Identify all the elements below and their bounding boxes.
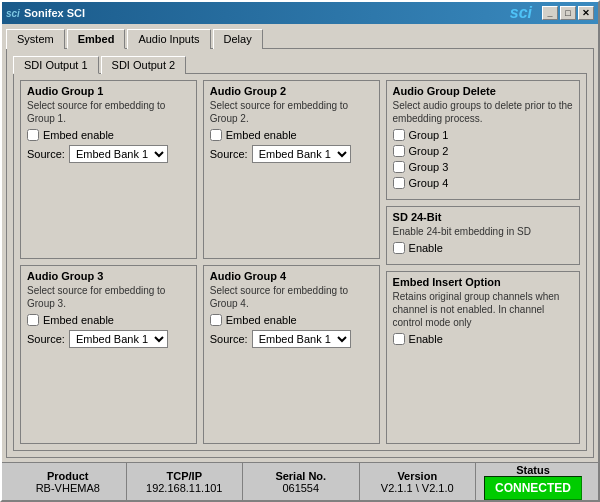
status-bar: Product RB-VHEMA8 TCP/IP 192.168.11.101 … (2, 462, 598, 500)
delete-group-4-label: Group 4 (409, 177, 449, 189)
embed-insert-desc: Retains original group channels when cha… (393, 290, 573, 329)
delete-group-2-row: Group 2 (393, 145, 573, 157)
delete-group-3-checkbox[interactable] (393, 161, 405, 173)
audio-group-4-desc: Select source for embedding to Group 4. (210, 284, 373, 310)
product-value: RB-VHEMA8 (36, 482, 100, 494)
embed-enable-3-label: Embed enable (43, 314, 114, 326)
source-4-label: Source: (210, 333, 248, 345)
version-value: V2.1.1 \ V2.1.0 (381, 482, 454, 494)
tab-system[interactable]: System (6, 29, 65, 49)
audio-group-2-title: Audio Group 2 (210, 85, 373, 97)
audio-group-4-title: Audio Group 4 (210, 270, 373, 282)
source-4-select[interactable]: Embed Bank 1 Embed Bank 2 Embed Bank 3 E… (252, 330, 351, 348)
embed-enable-2-row: Embed enable (210, 129, 373, 141)
connection-badge: CONNECTED (484, 476, 582, 500)
main-window: sci Sonifex SCI sci _ □ ✕ System Embed A… (0, 0, 600, 502)
tab-embed[interactable]: Embed (67, 29, 126, 49)
embed-insert-title: Embed Insert Option (393, 276, 573, 288)
delete-group-1-checkbox[interactable] (393, 129, 405, 141)
sd-24bit-enable-checkbox[interactable] (393, 242, 405, 254)
embed-enable-2-checkbox[interactable] (210, 129, 222, 141)
audio-group-2-desc: Select source for embedding to Group 2. (210, 99, 373, 125)
delete-group-2-checkbox[interactable] (393, 145, 405, 157)
audio-group-3-desc: Select source for embedding to Group 3. (27, 284, 190, 310)
tab-audio-inputs[interactable]: Audio Inputs (127, 29, 210, 49)
status-tcpip: TCP/IP 192.168.11.101 (127, 463, 244, 500)
version-label: Version (397, 470, 437, 482)
embed-enable-1-label: Embed enable (43, 129, 114, 141)
title-bar: sci Sonifex SCI sci _ □ ✕ (2, 2, 598, 24)
source-3-select[interactable]: Embed Bank 1 Embed Bank 2 Embed Bank 3 E… (69, 330, 168, 348)
source-3-row: Source: Embed Bank 1 Embed Bank 2 Embed … (27, 330, 190, 348)
delete-group-4-checkbox[interactable] (393, 177, 405, 189)
sd-24bit-desc: Enable 24-bit embedding in SD (393, 225, 573, 238)
source-1-select[interactable]: Embed Bank 1 Embed Bank 2 Embed Bank 3 E… (69, 145, 168, 163)
audio-group-2: Audio Group 2 Select source for embeddin… (203, 80, 380, 259)
delete-group-1-row: Group 1 (393, 129, 573, 141)
delete-group-3-row: Group 3 (393, 161, 573, 173)
status-version: Version V2.1.1 \ V2.1.0 (360, 463, 477, 500)
minimize-button[interactable]: _ (542, 6, 558, 20)
embed-enable-1-checkbox[interactable] (27, 129, 39, 141)
tab-content: SDI Output 1 SDI Output 2 Audio Group 1 … (6, 48, 594, 458)
source-4-row: Source: Embed Bank 1 Embed Bank 2 Embed … (210, 330, 373, 348)
sci-brand-logo: sci (510, 4, 532, 22)
source-2-row: Source: Embed Bank 1 Embed Bank 2 Embed … (210, 145, 373, 163)
source-1-label: Source: (27, 148, 65, 160)
sub-tab-content: Audio Group 1 Select source for embeddin… (13, 73, 587, 451)
delete-group-1-label: Group 1 (409, 129, 449, 141)
source-2-label: Source: (210, 148, 248, 160)
audio-group-delete-desc: Select audio groups to delete prior to t… (393, 99, 573, 125)
main-tab-bar: System Embed Audio Inputs Delay (6, 28, 594, 48)
embed-enable-3-row: Embed enable (27, 314, 190, 326)
embed-insert-enable-label: Enable (409, 333, 443, 345)
delete-group-2-label: Group 2 (409, 145, 449, 157)
tcpip-value: 192.168.11.101 (146, 482, 222, 494)
audio-group-1: Audio Group 1 Select source for embeddin… (20, 80, 197, 259)
audio-group-delete: Audio Group Delete Select audio groups t… (386, 80, 580, 200)
status-connection: Status CONNECTED (476, 463, 590, 500)
sub-tab-sdi-output-1[interactable]: SDI Output 1 (13, 56, 99, 74)
audio-group-3: Audio Group 3 Select source for embeddin… (20, 265, 197, 444)
sub-tab-bar: SDI Output 1 SDI Output 2 (13, 55, 587, 73)
embed-enable-2-label: Embed enable (226, 129, 297, 141)
product-label: Product (47, 470, 89, 482)
sub-tab-sdi-output-2[interactable]: SDI Output 2 (101, 56, 187, 74)
sd-24bit-enable-label: Enable (409, 242, 443, 254)
maximize-button[interactable]: □ (560, 6, 576, 20)
right-col: Audio Group Delete Select audio groups t… (386, 80, 580, 444)
window-title: Sonifex SCI (24, 7, 85, 19)
serial-label: Serial No. (275, 470, 326, 482)
audio-group-3-title: Audio Group 3 (27, 270, 190, 282)
source-2-select[interactable]: Embed Bank 1 Embed Bank 2 Embed Bank 3 E… (252, 145, 351, 163)
embed-enable-3-checkbox[interactable] (27, 314, 39, 326)
delete-group-4-row: Group 4 (393, 177, 573, 189)
main-content: System Embed Audio Inputs Delay SDI Outp… (2, 24, 598, 462)
status-connection-label: Status (516, 464, 550, 476)
embed-enable-4-label: Embed enable (226, 314, 297, 326)
sd-24bit-box: SD 24-Bit Enable 24-bit embedding in SD … (386, 206, 580, 265)
embed-insert-enable-row: Enable (393, 333, 573, 345)
close-button[interactable]: ✕ (578, 6, 594, 20)
tcpip-label: TCP/IP (167, 470, 202, 482)
embed-enable-4-row: Embed enable (210, 314, 373, 326)
status-serial: Serial No. 061554 (243, 463, 360, 500)
app-logo: sci (6, 8, 20, 19)
audio-group-1-desc: Select source for embedding to Group 1. (27, 99, 190, 125)
tab-delay[interactable]: Delay (213, 29, 263, 49)
delete-group-3-label: Group 3 (409, 161, 449, 173)
audio-group-4: Audio Group 4 Select source for embeddin… (203, 265, 380, 444)
title-bar-left: sci Sonifex SCI (6, 7, 85, 19)
serial-value: 061554 (282, 482, 319, 494)
embed-enable-1-row: Embed enable (27, 129, 190, 141)
title-bar-right: sci _ □ ✕ (510, 4, 594, 22)
status-product: Product RB-VHEMA8 (10, 463, 127, 500)
embed-enable-4-checkbox[interactable] (210, 314, 222, 326)
sd-24bit-enable-row: Enable (393, 242, 573, 254)
embed-insert-box: Embed Insert Option Retains original gro… (386, 271, 580, 444)
audio-group-delete-title: Audio Group Delete (393, 85, 573, 97)
sd-24bit-title: SD 24-Bit (393, 211, 573, 223)
source-3-label: Source: (27, 333, 65, 345)
embed-insert-enable-checkbox[interactable] (393, 333, 405, 345)
source-1-row: Source: Embed Bank 1 Embed Bank 2 Embed … (27, 145, 190, 163)
